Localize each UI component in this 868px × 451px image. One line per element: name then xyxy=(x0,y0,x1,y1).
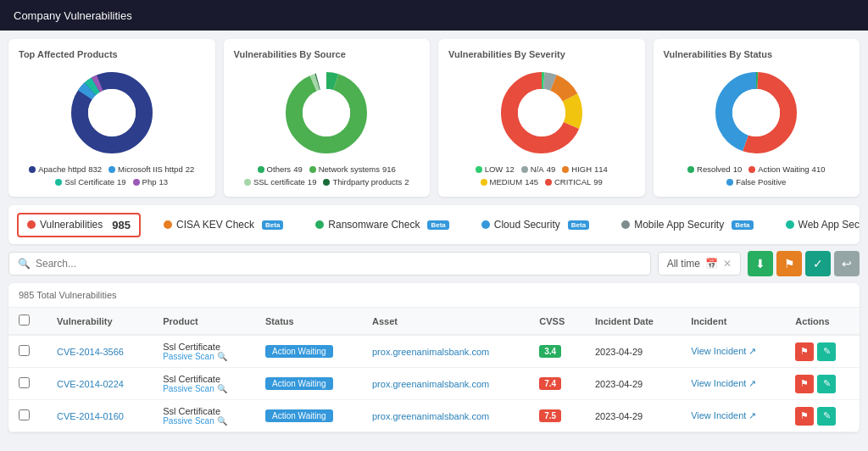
donut-chart-4 xyxy=(709,66,803,159)
cve-link-1[interactable]: CVE-2014-0224 xyxy=(57,379,124,389)
tab-count-vulnerabilities: 985 xyxy=(112,219,131,231)
beta-badge-ransomware: Beta xyxy=(427,220,448,230)
chart-legend-4: Resolved 10 Action Waiting 410 False Pos… xyxy=(664,164,850,187)
tab-label-mobile: Mobile App Security xyxy=(634,219,724,231)
chart-title-1: Top Affected Products xyxy=(19,49,205,59)
cvss-cell-0: 3.4 xyxy=(529,335,585,368)
cvss-cell-2: 7.5 xyxy=(529,400,585,432)
tab-web-app[interactable]: Web App Security xyxy=(776,214,860,236)
tab-mobile-app[interactable]: Mobile App Security Beta xyxy=(612,214,762,236)
chart-legend-3: LOW 12 N/A 49 HIGH 114 MEDIUM 145 CRITIC… xyxy=(448,164,635,187)
incident-cell-2: View Incident ↗ xyxy=(681,400,785,432)
search-box[interactable]: 🔍 xyxy=(8,252,651,276)
action-note-1[interactable]: ✎ xyxy=(817,375,836,393)
table-row: CVE-2014-0160 Ssl Certificate Passive Sc… xyxy=(8,400,860,432)
donut-chart-1 xyxy=(65,66,159,159)
more-button[interactable]: ↩ xyxy=(834,251,860,276)
tab-cisa-kev[interactable]: CISA KEV Check Beta xyxy=(154,214,292,236)
col-vulnerability: Vulnerability xyxy=(47,308,153,335)
tab-dot-ransomware xyxy=(315,220,324,229)
select-all-checkbox[interactable] xyxy=(19,315,30,326)
table-row: CVE-2014-0224 Ssl Certificate Passive Sc… xyxy=(8,368,860,400)
asset-link-2[interactable]: prox.greenanimalsbank.com xyxy=(372,411,489,421)
beta-badge-mobile: Beta xyxy=(732,220,753,230)
clear-date-icon[interactable]: ✕ xyxy=(723,258,732,270)
calendar-icon: 📅 xyxy=(705,258,718,270)
chart-legend-2: Others 49 Network systems 916 SSL certif… xyxy=(234,164,420,187)
chart-title-4: Vulnerabilities By Status xyxy=(664,49,850,59)
charts-row: Top Affected Products Apache httpd 832 M… xyxy=(8,39,860,197)
col-asset: Asset xyxy=(362,308,529,335)
row-checkbox-1[interactable] xyxy=(19,377,30,388)
date-cell-2: 2023-04-29 xyxy=(585,400,681,432)
col-status: Status xyxy=(255,308,362,335)
asset-cell-0: prox.greenanimalsbank.com xyxy=(362,335,529,368)
actions-cell-2: ⚑ ✎ xyxy=(785,400,860,432)
action-note-0[interactable]: ✎ xyxy=(817,342,836,361)
col-incident: Incident xyxy=(681,308,785,335)
incident-cell-1: View Incident ↗ xyxy=(681,368,785,400)
tab-cloud-security[interactable]: Cloud Security Beta xyxy=(472,214,598,236)
table-total-info: 985 Total Vulnerabilities xyxy=(8,283,860,308)
cvss-cell-1: 7.4 xyxy=(529,368,585,400)
chart-by-severity: Vulnerabilities By Severity LOW 12 xyxy=(438,39,645,197)
date-filter-label: All time xyxy=(667,258,700,270)
svg-point-9 xyxy=(303,89,350,136)
search-filter-row: 🔍 All time 📅 ✕ ⬇ ⚑ ✓ ↩ xyxy=(8,251,860,276)
donut-chart-2 xyxy=(280,66,373,159)
action-flag-1[interactable]: ⚑ xyxy=(795,375,814,393)
table-header-row: Vulnerability Product Status Asset CVSS … xyxy=(8,308,860,335)
tab-label-cisa: CISA KEV Check xyxy=(176,219,254,231)
action-flag-0[interactable]: ⚑ xyxy=(795,342,814,361)
tab-label-webapp: Web App Security xyxy=(798,219,860,231)
col-incident-date: Incident Date xyxy=(585,308,681,335)
chart-by-status: Vulnerabilities By Status Resolved 10 Ac… xyxy=(654,39,860,197)
flag-button[interactable]: ⚑ xyxy=(776,251,802,276)
table-body: CVE-2014-3566 Ssl Certificate Passive Sc… xyxy=(8,335,860,432)
cve-link-0[interactable]: CVE-2014-3566 xyxy=(57,347,124,357)
chart-by-source: Vulnerabilities By Source Others 49 Netw… xyxy=(224,39,431,197)
beta-badge-cisa: Beta xyxy=(262,220,283,230)
status-cell-1: Action Waiting xyxy=(255,368,362,400)
asset-link-1[interactable]: prox.greenanimalsbank.com xyxy=(372,379,489,389)
date-filter[interactable]: All time 📅 ✕ xyxy=(658,252,741,276)
chart-legend-1: Apache httpd 832 Microsoft IIS httpd 22 … xyxy=(19,164,205,187)
export-button[interactable]: ⬇ xyxy=(748,251,773,276)
svg-point-4 xyxy=(88,89,136,136)
confirm-button[interactable]: ✓ xyxy=(805,251,831,276)
asset-link-0[interactable]: prox.greenanimalsbank.com xyxy=(372,347,489,357)
col-checkbox xyxy=(8,308,47,335)
chart-title-2: Vulnerabilities By Source xyxy=(234,49,420,59)
search-icon: 🔍 xyxy=(18,258,31,270)
row-checkbox-2[interactable] xyxy=(19,409,30,420)
col-cvss: CVSS xyxy=(529,308,585,335)
tab-vulnerabilities[interactable]: Vulnerabilities 985 xyxy=(17,213,141,237)
tab-dot-webapp xyxy=(786,220,794,229)
action-note-2[interactable]: ✎ xyxy=(817,407,836,426)
actions-cell-0: ⚑ ✎ xyxy=(785,335,860,368)
action-flag-2[interactable]: ⚑ xyxy=(795,407,814,426)
view-incident-link-2[interactable]: View Incident ↗ xyxy=(691,410,756,420)
row-checkbox-0[interactable] xyxy=(19,345,30,356)
svg-point-19 xyxy=(732,89,780,136)
view-incident-link-0[interactable]: View Incident ↗ xyxy=(691,346,756,356)
product-cell-1: Ssl Certificate Passive Scan 🔍 xyxy=(153,368,255,400)
date-cell-1: 2023-04-29 xyxy=(585,368,681,400)
actions-cell-1: ⚑ ✎ xyxy=(785,368,860,400)
asset-cell-1: prox.greenanimalsbank.com xyxy=(362,368,529,400)
tab-dot-cisa xyxy=(164,220,172,229)
search-input[interactable] xyxy=(36,258,642,270)
col-actions: Actions xyxy=(785,308,860,335)
tab-dot-mobile xyxy=(621,220,630,229)
tab-label-cloud: Cloud Security xyxy=(494,219,560,231)
donut-chart-3 xyxy=(495,66,588,159)
tabs-row: Vulnerabilities 985 CISA KEV Check Beta … xyxy=(8,205,860,244)
status-cell-2: Action Waiting xyxy=(255,400,362,432)
tab-ransomware[interactable]: Ransomware Check Beta xyxy=(306,214,458,236)
cve-link-2[interactable]: CVE-2014-0160 xyxy=(57,411,124,421)
vulnerabilities-table: 985 Total Vulnerabilities Vulnerability … xyxy=(8,283,860,432)
data-table: Vulnerability Product Status Asset CVSS … xyxy=(8,308,860,432)
col-product: Product xyxy=(153,308,255,335)
chart-title-3: Vulnerabilities By Severity xyxy=(448,49,635,59)
view-incident-link-1[interactable]: View Incident ↗ xyxy=(691,378,756,388)
